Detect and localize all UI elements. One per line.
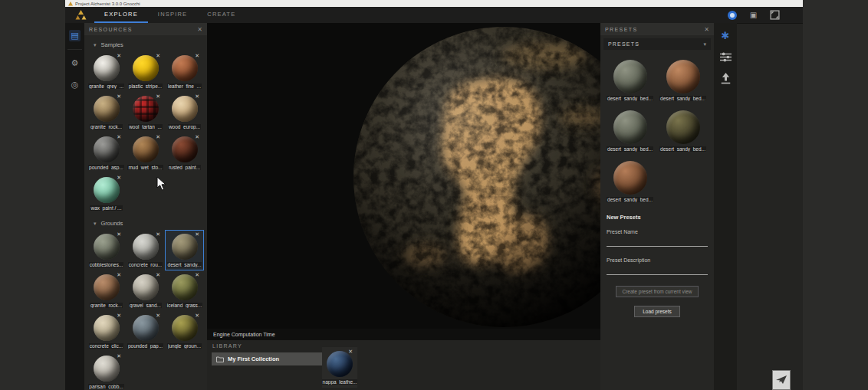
- material-sphere: [172, 274, 198, 300]
- material-label: wood_europ...: [168, 124, 201, 129]
- collection-item[interactable]: My First Collection: [212, 352, 325, 365]
- material-sphere: [613, 60, 647, 93]
- material-thumb[interactable]: ✕granite_grey_...: [87, 51, 126, 92]
- remove-material-button[interactable]: ✕: [195, 93, 199, 99]
- chevron-down-icon: ▾: [94, 221, 97, 227]
- remove-material-button[interactable]: ✕: [117, 134, 121, 139]
- material-thumb[interactable]: ✕pounded_asp...: [87, 133, 126, 173]
- new-presets-heading: New Presets: [607, 214, 708, 221]
- remove-material-button[interactable]: ✕: [195, 134, 199, 139]
- material-thumb[interactable]: ✕gravel_sand...: [126, 270, 165, 311]
- material-thumb[interactable]: ✕jungle_groun...: [165, 311, 204, 352]
- resources-title: RESOURCES: [89, 27, 133, 32]
- help-globe-icon[interactable]: ◎: [69, 79, 81, 90]
- remove-material-button[interactable]: ✕: [156, 53, 160, 58]
- material-thumb[interactable]: ✕desert_sandy...: [165, 230, 204, 270]
- material-thumb[interactable]: ✕iceland_grass...: [165, 270, 204, 311]
- material-label: jungle_groun...: [167, 343, 202, 349]
- send-feedback-button[interactable]: [772, 370, 791, 390]
- settings-gear-icon[interactable]: ⚙: [69, 57, 81, 69]
- material-thumb[interactable]: ✕rusted_paint...: [165, 133, 204, 173]
- remove-material-button[interactable]: ✕: [117, 313, 121, 318]
- create-preset-button[interactable]: Create preset from current view: [616, 286, 698, 297]
- remove-material-button[interactable]: ✕: [195, 272, 199, 277]
- section-header-samples[interactable]: ▾Samples: [84, 35, 207, 51]
- load-presets-button[interactable]: Load presets: [634, 306, 680, 317]
- remove-material-button[interactable]: ✕: [195, 231, 199, 237]
- cloud-sync-icon[interactable]: [728, 11, 737, 20]
- material-thumb[interactable]: ✕wool_tartan_...: [126, 92, 165, 133]
- collection-name: My First Collection: [228, 356, 279, 362]
- material-label: iceland_grass...: [166, 303, 203, 308]
- export-icon[interactable]: [720, 73, 732, 84]
- material-thumb[interactable]: ✕leather_fine_...: [165, 51, 204, 92]
- material-thumb[interactable]: desert_sandy_bed...: [656, 54, 709, 105]
- viewport-layout-icon[interactable]: ▣: [748, 10, 758, 20]
- presets-dropdown[interactable]: PRESETS ▾: [603, 38, 711, 50]
- material-thumb[interactable]: desert_sandy_bed...: [603, 156, 656, 206]
- tab-explore[interactable]: EXPLORE: [94, 7, 148, 23]
- material-thumb[interactable]: ✕wax_paint / ...: [87, 173, 126, 214]
- material-thumb[interactable]: ✕nappa_leathe...: [322, 347, 357, 388]
- remove-material-button[interactable]: ✕: [156, 93, 160, 99]
- material-sphere: [172, 55, 198, 81]
- preset-name-input[interactable]: [607, 239, 708, 247]
- sliders-icon[interactable]: [720, 51, 732, 63]
- material-thumb[interactable]: ✕granite_rock...: [87, 270, 126, 311]
- material-thumb[interactable]: desert_sandy_bed...: [603, 54, 656, 105]
- material-grid: ✕cobblestones...✕concrete_rou...✕desert_…: [84, 230, 207, 390]
- remove-material-button[interactable]: ✕: [195, 313, 199, 318]
- material-thumb[interactable]: ✕concrete_clic...: [87, 311, 126, 352]
- material-thumb[interactable]: ✕parisan_cobb...: [87, 352, 126, 390]
- material-label: concrete_clic...: [89, 343, 123, 349]
- substance-source-icon[interactable]: ✱: [720, 30, 732, 41]
- viewport-3d[interactable]: [207, 23, 666, 329]
- remove-material-button[interactable]: ✕: [156, 313, 160, 318]
- remove-material-button[interactable]: ✕: [117, 53, 121, 58]
- engine-time-label: Engine Computation Time: [213, 332, 275, 337]
- material-label: granite_grey_...: [88, 84, 124, 89]
- remove-material-button[interactable]: ✕: [156, 231, 160, 237]
- material-label: pounded_asp...: [88, 165, 124, 170]
- left-toolbar: ▤ ⚙ ◎: [65, 23, 84, 390]
- material-thumb[interactable]: ✕concrete_rou...: [126, 230, 165, 270]
- material-thumb[interactable]: ✕cobblestones...: [87, 230, 126, 270]
- remove-material-button[interactable]: ✕: [117, 231, 121, 237]
- remove-material-button[interactable]: ✕: [117, 272, 121, 277]
- material-thumb[interactable]: ✕mud_wet_sto...: [126, 133, 165, 173]
- close-icon[interactable]: ✕: [197, 26, 202, 33]
- material-thumb[interactable]: ✕wood_europ...: [165, 92, 204, 133]
- remove-material-button[interactable]: ✕: [348, 349, 353, 354]
- remove-material-button[interactable]: ✕: [156, 272, 160, 277]
- resources-panel: RESOURCES ✕ ▾Samples✕granite_grey_...✕pl…: [84, 23, 207, 390]
- library-section: LIBRARY My First Collection ✕nappa_leath…: [207, 340, 666, 390]
- close-icon[interactable]: ✕: [704, 26, 709, 33]
- material-sphere: [133, 55, 159, 81]
- chevron-down-icon: ▾: [94, 42, 97, 48]
- material-thumb[interactable]: desert_sandy_bed...: [603, 105, 656, 156]
- remove-material-button[interactable]: ✕: [117, 175, 121, 180]
- material-sphere: [133, 136, 159, 162]
- material-thumb[interactable]: ✕granite_rock...: [87, 92, 126, 133]
- material-label: granite_rock...: [90, 124, 123, 129]
- remove-material-button[interactable]: ✕: [195, 53, 199, 58]
- mouse-cursor: [156, 176, 167, 192]
- section-header-grounds[interactable]: ▾Grounds: [84, 214, 207, 230]
- remove-material-button[interactable]: ✕: [117, 93, 121, 99]
- material-thumb[interactable]: ✕pounded_pap...: [126, 311, 165, 352]
- material-label: cobblestones...: [89, 262, 124, 267]
- material-label: desert_sandy_bed...: [607, 146, 653, 152]
- material-thumb[interactable]: ✕plastic_stripe...: [126, 51, 165, 92]
- presets-title: PRESETS: [605, 27, 637, 32]
- remove-material-button[interactable]: ✕: [117, 353, 121, 359]
- presets-panel: PRESETS ✕ PRESETS ▾ desert_sandy_bed...d…: [600, 23, 714, 390]
- preset-description-input[interactable]: [607, 267, 708, 275]
- tab-inspire[interactable]: INSPIRE: [148, 7, 197, 23]
- material-thumb[interactable]: desert_sandy_bed...: [656, 105, 709, 156]
- material-sphere: [94, 356, 120, 382]
- material-sphere: [172, 136, 198, 162]
- expand-views-icon[interactable]: [770, 10, 780, 20]
- materials-library-icon[interactable]: ▤: [69, 30, 81, 41]
- tab-create[interactable]: CREATE: [197, 7, 245, 23]
- remove-material-button[interactable]: ✕: [156, 134, 160, 139]
